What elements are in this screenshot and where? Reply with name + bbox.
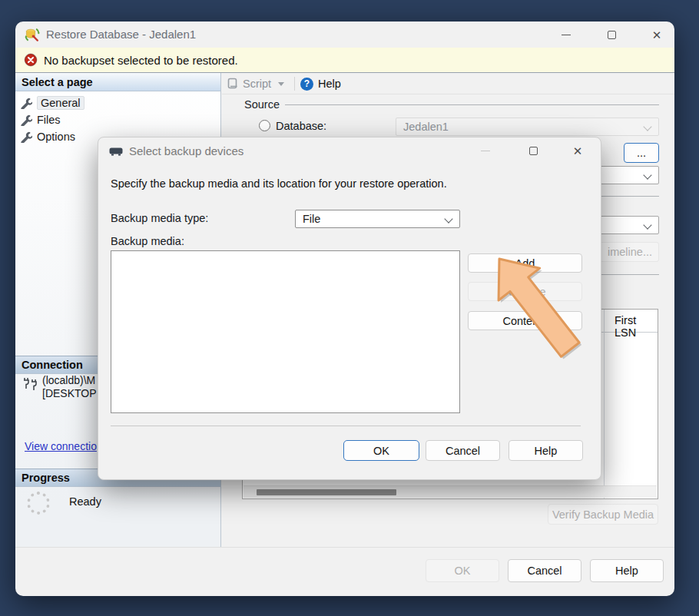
connection-user: [DESKTOP [42, 387, 97, 400]
media-type-label: Backup media type: [111, 212, 208, 224]
add-label: Add [515, 257, 535, 270]
dialog-minimize-button[interactable] [469, 137, 502, 164]
add-button[interactable]: Add [468, 253, 582, 273]
contents-label: Contents [502, 315, 547, 327]
timeline-label: imeline... [608, 246, 652, 258]
sidebar-item-label: General [37, 96, 84, 110]
dialog-title: Select backup devices [129, 144, 243, 157]
help-button[interactable]: ? Help [300, 75, 341, 93]
browse-label: ... [637, 147, 646, 159]
script-label: Script [243, 78, 271, 90]
chevron-down-icon [444, 214, 452, 223]
remove-label: Remove [505, 286, 546, 298]
scrollbar-thumb[interactable] [257, 489, 396, 495]
error-icon [24, 53, 38, 67]
source-group-line [285, 104, 659, 105]
cancel-label: Cancel [527, 565, 562, 577]
select-backup-devices-dialog: Select backup devices ✕ Specify the back… [98, 137, 601, 480]
backup-media-listbox[interactable] [111, 250, 460, 413]
dialog-separator [111, 426, 581, 426]
dialog-maximize-button[interactable] [516, 137, 550, 164]
sidebar-item-label: Options [37, 131, 75, 143]
backup-media-label: Backup media: [111, 235, 184, 247]
dialog-description: Specify the backup media and its locatio… [111, 177, 447, 190]
sidebar-item-options[interactable]: Options [20, 128, 75, 144]
maximize-button[interactable] [594, 22, 629, 48]
database-radio[interactable] [259, 120, 270, 131]
chevron-down-icon [643, 220, 651, 229]
close-icon: ✕ [652, 29, 662, 41]
first-lsn-column-header: First LSN [615, 314, 658, 339]
maximize-icon [608, 31, 616, 39]
help-label: Help [615, 565, 638, 577]
help-button-footer[interactable]: Help [590, 559, 664, 582]
horizontal-scrollbar[interactable] [243, 485, 657, 498]
window-footer: OK Cancel Help [15, 547, 674, 596]
dialog-cancel-button[interactable]: Cancel [426, 440, 500, 461]
close-icon: ✕ [573, 145, 583, 157]
timeline-button[interactable]: imeline... [598, 242, 659, 262]
chevron-down-icon [278, 82, 284, 86]
restore-database-icon [25, 27, 40, 42]
window-title: Restore Database - Jedalen1 [46, 28, 196, 41]
ok-label: OK [455, 565, 471, 577]
sidebar-item-label: Files [37, 114, 61, 126]
source-group-label: Source [244, 98, 280, 111]
help-label: Help [535, 445, 558, 457]
help-icon: ? [300, 78, 313, 91]
toolbar: Script ? Help [222, 73, 674, 94]
minimize-icon [481, 151, 490, 151]
remove-button[interactable]: Remove [468, 282, 582, 301]
warning-bar: No backupset selected to be restored. [15, 48, 674, 73]
contents-button[interactable]: Contents [468, 311, 582, 330]
dialog-help-button[interactable]: Help [509, 440, 583, 461]
plug-icon [22, 377, 38, 392]
grid-column-divider [604, 310, 605, 498]
minimize-button[interactable] [548, 22, 584, 48]
media-type-value: File [303, 213, 320, 225]
desktop-background: Restore Database - Jedalen1 ✕ No backups… [0, 0, 699, 616]
select-a-page-header: Select a page [15, 73, 220, 91]
backup-device-icon [109, 147, 123, 156]
chevron-down-icon [643, 171, 651, 179]
dialog-close-button[interactable]: ✕ [561, 137, 595, 164]
verify-backup-media-button[interactable]: Verify Backup Media [548, 504, 658, 525]
media-type-combobox[interactable]: File [295, 210, 460, 228]
browse-button[interactable]: ... [624, 143, 659, 163]
window-titlebar: Restore Database - Jedalen1 ✕ [15, 22, 674, 48]
connection-server: (localdb)\M [42, 374, 97, 387]
cancel-button[interactable]: Cancel [508, 559, 581, 582]
chevron-down-icon [643, 122, 651, 131]
wrench-icon [20, 114, 32, 126]
wrench-icon [20, 131, 32, 143]
cancel-label: Cancel [446, 445, 480, 457]
wrench-icon [20, 97, 32, 109]
view-connection-link[interactable]: View connectio [25, 440, 97, 452]
ok-label: OK [373, 445, 389, 457]
progress-spinner-icon [27, 492, 50, 515]
script-button[interactable]: Script [227, 75, 284, 93]
maximize-icon [529, 147, 538, 155]
database-label: Database: [276, 120, 326, 132]
close-button[interactable]: ✕ [639, 22, 674, 48]
database-value: Jedalen1 [403, 121, 449, 133]
minimize-icon [562, 35, 571, 35]
progress-status: Ready [69, 495, 101, 508]
dialog-ok-button[interactable]: OK [343, 440, 419, 461]
warning-text: No backupset selected to be restored. [44, 54, 238, 67]
ok-button[interactable]: OK [426, 559, 499, 582]
sidebar-item-general[interactable]: General [20, 94, 84, 111]
script-icon [227, 78, 239, 90]
database-combobox[interactable]: Jedalen1 [396, 118, 659, 136]
sidebar-item-files[interactable]: Files [20, 111, 61, 128]
connection-info: (localdb)\M [DESKTOP [42, 374, 97, 400]
help-label: Help [318, 78, 341, 90]
toolbar-divider [294, 77, 295, 91]
verify-backup-media-label: Verify Backup Media [552, 508, 654, 521]
